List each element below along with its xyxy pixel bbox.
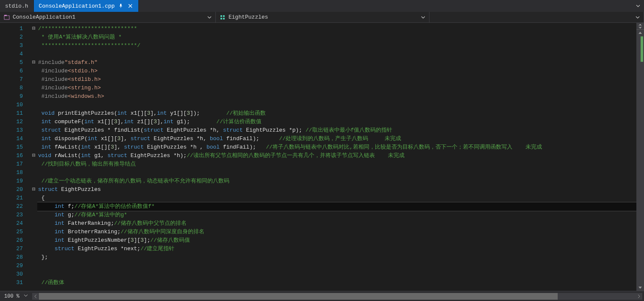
fold-toggle [30,168,37,177]
code-line[interactable] [37,270,636,279]
line-number: 15 [0,143,30,152]
code-line[interactable]: #include"stdafx.h" [37,58,636,67]
fold-toggle [30,84,37,92]
scroll-track[interactable] [636,36,644,284]
fold-column: ⊟⊟⊟⊟ [30,23,37,291]
fold-toggle [30,177,37,185]
code-line[interactable]: int BrotherrRanking;//储存八数码中同深度自身的排名 [37,228,636,236]
line-number: 7 [0,75,30,84]
fold-toggle[interactable]: ⊟ [30,185,37,194]
code-line[interactable]: int EightPuzzlesNumber[3][3];//储存八数码值 [37,236,636,245]
code-line[interactable]: int disposeEP(int x1[][3], struct EightP… [37,135,636,143]
line-number: 23 [0,211,30,219]
fold-toggle [30,143,37,152]
zoom-dropdown[interactable] [24,293,30,299]
scroll-thumb[interactable] [39,293,558,300]
fold-toggle [30,50,37,58]
line-number: 13 [0,126,30,135]
code-line[interactable]: void printEightPuzzles(int x1[][3],int y… [37,109,636,118]
fold-toggle [30,118,37,126]
code-editor[interactable]: /***************************** * 使用A*算法解… [37,23,636,291]
fold-toggle[interactable]: ⊟ [30,152,37,160]
scroll-down-icon[interactable] [636,284,644,291]
code-line[interactable] [37,50,636,58]
code-line[interactable]: //建立一个动态链表，储存所有的八数码，动态链表中不允许有相同的八数码 [37,177,636,185]
line-number: 16 [0,152,30,160]
fold-toggle [30,211,37,219]
line-number: 20 [0,185,30,194]
scroll-up-icon[interactable] [636,30,644,36]
code-line[interactable]: int FatherRanking;//储存八数码中父节点的排名 [37,219,636,228]
fold-toggle[interactable]: ⊟ [30,25,37,33]
code-line[interactable]: int fAwList(int x1[][3], struct EightPuz… [37,143,636,152]
code-line[interactable] [37,168,636,177]
svg-rect-2 [220,15,222,17]
code-line[interactable]: int g;//存储A*算法中的g* [37,211,636,219]
code-line[interactable]: { [37,194,636,202]
struct-icon [219,14,226,21]
line-number: 29 [0,262,30,270]
code-line[interactable] [37,101,636,109]
member-dropdown[interactable] [429,12,644,22]
code-line[interactable]: }; [37,253,636,262]
fold-toggle [30,194,37,202]
chevron-down-icon [635,15,640,20]
code-line[interactable]: //找到目标八数码，输出所有推导结点 [37,160,636,168]
line-number: 5 [0,58,30,67]
scroll-right-icon[interactable] [636,293,642,300]
line-number: 11 [0,109,30,118]
close-icon[interactable] [127,3,133,9]
line-number: 26 [0,236,30,245]
fold-toggle [30,245,37,253]
tab-label: stdio.h [5,3,28,9]
chevron-down-icon [636,3,641,8]
line-number: 27 [0,245,30,253]
code-line[interactable]: struct EightPuzzles * findList(struct Ei… [37,126,636,135]
code-line[interactable]: /***************************** [37,25,636,33]
horizontal-scrollbar[interactable] [32,293,642,300]
chevron-down-icon [24,293,28,298]
file-tab-active[interactable]: ConsoleApplication1.cpp [34,0,139,12]
code-line[interactable]: //函数体 [37,279,636,287]
svg-rect-5 [223,18,225,19]
code-line[interactable]: * 使用A*算法解决八数码问题 * [37,33,636,41]
line-number: 18 [0,168,30,177]
pin-icon[interactable] [118,3,124,9]
line-number: 31 [0,279,30,287]
zoom-level: 100 % [0,293,24,299]
code-line[interactable]: #include<stdio.h> [37,67,636,75]
fold-toggle [30,67,37,75]
type-dropdown[interactable]: EightPuzzles [216,12,429,22]
code-line[interactable]: int f;//存储A*算法中的估价函数值f* [37,202,636,211]
code-line[interactable]: void rAwList(int g1, struct EightPuzzles… [37,152,636,160]
code-line[interactable]: #include<windows.h> [37,92,636,101]
code-line[interactable] [37,262,636,270]
tab-overflow-dropdown[interactable] [632,0,644,12]
line-number: 10 [0,101,30,109]
scope-label: ConsoleApplication1 [13,14,204,20]
code-line[interactable]: struct EightPuzzles [37,185,636,194]
chevron-down-icon [421,15,426,20]
fold-toggle[interactable]: ⊟ [30,58,37,67]
line-number: 21 [0,194,30,202]
code-line[interactable]: #include<string.h> [37,84,636,92]
status-bar: 100 % [0,291,644,301]
line-number-gutter: 1234567891011121314151617181920212223242… [0,23,30,291]
scroll-left-icon[interactable] [32,293,39,300]
fold-toggle [30,41,37,50]
vertical-scrollbar[interactable] [636,23,644,291]
fold-toggle [30,33,37,41]
tab-label: ConsoleApplication1.cpp [39,3,115,9]
change-marker [641,36,643,62]
code-line[interactable]: struct EightPuzzles *next;//建立尾指针 [37,245,636,253]
code-line[interactable]: *****************************/ [37,41,636,50]
split-handle-icon[interactable] [636,23,644,30]
code-line[interactable]: #include<stdlib.h> [37,75,636,84]
code-line[interactable]: int computeF(int x1[][3],int z1[][3],int… [37,118,636,126]
fold-toggle [30,101,37,109]
file-tab-stdio[interactable]: stdio.h [0,0,34,12]
scope-dropdown[interactable]: ConsoleApplication1 [0,12,216,22]
fold-toggle [30,253,37,262]
fold-toggle [30,160,37,168]
navigation-bar: ConsoleApplication1 EightPuzzles [0,12,644,23]
